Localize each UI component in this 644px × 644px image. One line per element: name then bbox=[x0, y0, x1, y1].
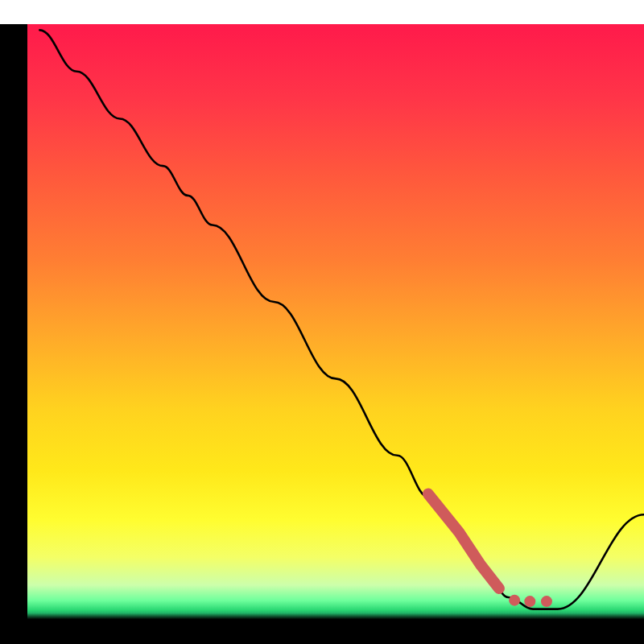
heatmap-background bbox=[0, 24, 644, 644]
optimal-dots-group bbox=[509, 595, 552, 607]
optimal-dot bbox=[524, 596, 535, 607]
bottleneck-chart bbox=[0, 0, 644, 644]
optimal-dot bbox=[509, 595, 520, 606]
optimal-dot bbox=[541, 596, 552, 607]
frame-left bbox=[0, 24, 27, 644]
top-white-strip bbox=[0, 0, 644, 24]
chart-stage: TheBottleneck.com bbox=[0, 0, 644, 644]
